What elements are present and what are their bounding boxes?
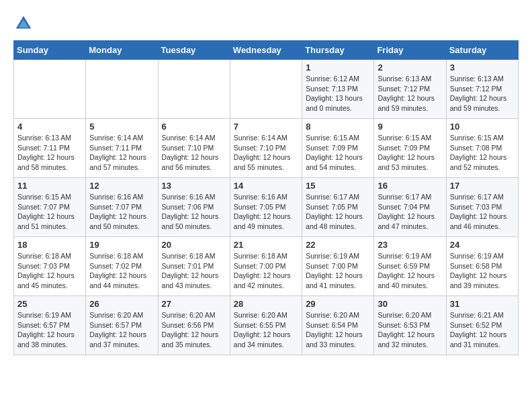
day-number: 27 <box>162 299 226 309</box>
day-info: Sunrise: 6:16 AM Sunset: 7:05 PM Dayligh… <box>234 192 298 232</box>
calendar-cell <box>158 60 230 119</box>
day-info: Sunrise: 6:17 AM Sunset: 7:04 PM Dayligh… <box>378 192 442 232</box>
calendar-cell: 9Sunrise: 6:15 AM Sunset: 7:09 PM Daylig… <box>374 119 446 178</box>
calendar-cell: 24Sunrise: 6:19 AM Sunset: 6:58 PM Dayli… <box>446 237 518 296</box>
calendar-cell: 16Sunrise: 6:17 AM Sunset: 7:04 PM Dayli… <box>374 178 446 237</box>
day-number: 31 <box>450 299 515 309</box>
calendar-cell: 8Sunrise: 6:15 AM Sunset: 7:09 PM Daylig… <box>302 119 374 178</box>
week-row-5: 25Sunrise: 6:19 AM Sunset: 6:57 PM Dayli… <box>14 296 519 355</box>
day-header-monday: Monday <box>86 41 158 60</box>
day-info: Sunrise: 6:18 AM Sunset: 7:01 PM Dayligh… <box>162 251 226 291</box>
day-number: 1 <box>306 62 370 73</box>
calendar-cell: 12Sunrise: 6:16 AM Sunset: 7:07 PM Dayli… <box>86 178 158 237</box>
calendar-cell: 27Sunrise: 6:20 AM Sunset: 6:56 PM Dayli… <box>158 296 230 355</box>
day-info: Sunrise: 6:18 AM Sunset: 7:00 PM Dayligh… <box>234 251 298 291</box>
day-number: 25 <box>17 299 82 309</box>
day-info: Sunrise: 6:13 AM Sunset: 7:11 PM Dayligh… <box>17 133 82 173</box>
calendar-cell: 20Sunrise: 6:18 AM Sunset: 7:01 PM Dayli… <box>158 237 230 296</box>
calendar-cell: 30Sunrise: 6:20 AM Sunset: 6:53 PM Dayli… <box>374 296 446 355</box>
calendar-cell: 11Sunrise: 6:15 AM Sunset: 7:07 PM Dayli… <box>14 178 86 237</box>
calendar-cell: 13Sunrise: 6:16 AM Sunset: 7:06 PM Dayli… <box>158 178 230 237</box>
day-header-saturday: Saturday <box>446 41 518 60</box>
day-info: Sunrise: 6:19 AM Sunset: 6:58 PM Dayligh… <box>450 251 515 291</box>
calendar-cell: 1Sunrise: 6:12 AM Sunset: 7:13 PM Daylig… <box>302 60 374 119</box>
day-info: Sunrise: 6:12 AM Sunset: 7:13 PM Dayligh… <box>306 74 370 113</box>
day-number: 9 <box>378 122 442 132</box>
day-number: 28 <box>234 299 298 309</box>
day-info: Sunrise: 6:17 AM Sunset: 7:03 PM Dayligh… <box>450 192 515 232</box>
day-info: Sunrise: 6:19 AM Sunset: 7:00 PM Dayligh… <box>306 251 370 291</box>
day-info: Sunrise: 6:19 AM Sunset: 6:57 PM Dayligh… <box>17 310 82 350</box>
calendar-cell: 21Sunrise: 6:18 AM Sunset: 7:00 PM Dayli… <box>230 237 302 296</box>
day-number: 30 <box>378 299 442 309</box>
week-row-2: 4Sunrise: 6:13 AM Sunset: 7:11 PM Daylig… <box>14 119 519 178</box>
day-number: 11 <box>17 181 82 191</box>
day-info: Sunrise: 6:21 AM Sunset: 6:52 PM Dayligh… <box>450 310 515 350</box>
calendar-cell <box>86 60 158 119</box>
calendar-cell: 25Sunrise: 6:19 AM Sunset: 6:57 PM Dayli… <box>14 296 86 355</box>
day-info: Sunrise: 6:17 AM Sunset: 7:05 PM Dayligh… <box>306 192 370 232</box>
calendar-cell: 4Sunrise: 6:13 AM Sunset: 7:11 PM Daylig… <box>14 119 86 178</box>
calendar-cell: 14Sunrise: 6:16 AM Sunset: 7:05 PM Dayli… <box>230 178 302 237</box>
week-row-4: 18Sunrise: 6:18 AM Sunset: 7:03 PM Dayli… <box>14 237 519 296</box>
day-header-wednesday: Wednesday <box>230 41 302 60</box>
day-number: 21 <box>234 240 298 250</box>
day-info: Sunrise: 6:13 AM Sunset: 7:12 PM Dayligh… <box>378 74 442 113</box>
day-info: Sunrise: 6:14 AM Sunset: 7:11 PM Dayligh… <box>89 133 154 173</box>
day-info: Sunrise: 6:20 AM Sunset: 6:55 PM Dayligh… <box>234 310 298 350</box>
day-number: 4 <box>17 122 82 132</box>
page-header <box>13 13 519 34</box>
calendar-table: SundayMondayTuesdayWednesdayThursdayFrid… <box>13 40 519 355</box>
logo-icon <box>13 13 34 34</box>
day-number: 3 <box>450 62 515 73</box>
day-number: 13 <box>162 181 226 191</box>
day-number: 14 <box>234 181 298 191</box>
calendar-cell: 22Sunrise: 6:19 AM Sunset: 7:00 PM Dayli… <box>302 237 374 296</box>
day-info: Sunrise: 6:13 AM Sunset: 7:12 PM Dayligh… <box>450 74 515 113</box>
day-info: Sunrise: 6:14 AM Sunset: 7:10 PM Dayligh… <box>162 133 226 173</box>
day-number: 2 <box>378 62 442 73</box>
day-number: 5 <box>89 122 154 132</box>
day-info: Sunrise: 6:19 AM Sunset: 6:59 PM Dayligh… <box>378 251 442 291</box>
day-info: Sunrise: 6:15 AM Sunset: 7:09 PM Dayligh… <box>378 133 442 173</box>
days-header-row: SundayMondayTuesdayWednesdayThursdayFrid… <box>14 41 519 60</box>
day-number: 19 <box>89 240 154 250</box>
day-number: 20 <box>162 240 226 250</box>
day-number: 23 <box>378 240 442 250</box>
calendar-cell: 5Sunrise: 6:14 AM Sunset: 7:11 PM Daylig… <box>86 119 158 178</box>
day-number: 18 <box>17 240 82 250</box>
week-row-3: 11Sunrise: 6:15 AM Sunset: 7:07 PM Dayli… <box>14 178 519 237</box>
logo <box>13 13 36 34</box>
calendar-cell: 29Sunrise: 6:20 AM Sunset: 6:54 PM Dayli… <box>302 296 374 355</box>
day-info: Sunrise: 6:20 AM Sunset: 6:57 PM Dayligh… <box>89 310 154 350</box>
day-number: 22 <box>306 240 370 250</box>
calendar-cell <box>230 60 302 119</box>
calendar-cell: 31Sunrise: 6:21 AM Sunset: 6:52 PM Dayli… <box>446 296 518 355</box>
day-number: 16 <box>378 181 442 191</box>
day-number: 10 <box>450 122 515 132</box>
calendar-cell: 2Sunrise: 6:13 AM Sunset: 7:12 PM Daylig… <box>374 60 446 119</box>
day-info: Sunrise: 6:20 AM Sunset: 6:53 PM Dayligh… <box>378 310 442 350</box>
calendar-cell: 18Sunrise: 6:18 AM Sunset: 7:03 PM Dayli… <box>14 237 86 296</box>
day-number: 24 <box>450 240 515 250</box>
day-number: 6 <box>162 122 226 132</box>
day-info: Sunrise: 6:15 AM Sunset: 7:07 PM Dayligh… <box>17 192 82 232</box>
day-number: 15 <box>306 181 370 191</box>
calendar-cell: 19Sunrise: 6:18 AM Sunset: 7:02 PM Dayli… <box>86 237 158 296</box>
day-info: Sunrise: 6:15 AM Sunset: 7:09 PM Dayligh… <box>306 133 370 173</box>
calendar-cell: 10Sunrise: 6:15 AM Sunset: 7:08 PM Dayli… <box>446 119 518 178</box>
calendar-cell: 17Sunrise: 6:17 AM Sunset: 7:03 PM Dayli… <box>446 178 518 237</box>
day-info: Sunrise: 6:20 AM Sunset: 6:54 PM Dayligh… <box>306 310 370 350</box>
day-info: Sunrise: 6:20 AM Sunset: 6:56 PM Dayligh… <box>162 310 226 350</box>
week-row-1: 1Sunrise: 6:12 AM Sunset: 7:13 PM Daylig… <box>14 60 519 119</box>
calendar-cell <box>14 60 86 119</box>
day-header-friday: Friday <box>374 41 446 60</box>
day-info: Sunrise: 6:18 AM Sunset: 7:03 PM Dayligh… <box>17 251 82 291</box>
calendar-cell: 15Sunrise: 6:17 AM Sunset: 7:05 PM Dayli… <box>302 178 374 237</box>
day-info: Sunrise: 6:16 AM Sunset: 7:06 PM Dayligh… <box>162 192 226 232</box>
calendar-cell: 26Sunrise: 6:20 AM Sunset: 6:57 PM Dayli… <box>86 296 158 355</box>
day-number: 17 <box>450 181 515 191</box>
day-header-tuesday: Tuesday <box>158 41 230 60</box>
day-info: Sunrise: 6:18 AM Sunset: 7:02 PM Dayligh… <box>89 251 154 291</box>
day-info: Sunrise: 6:14 AM Sunset: 7:10 PM Dayligh… <box>234 133 298 173</box>
